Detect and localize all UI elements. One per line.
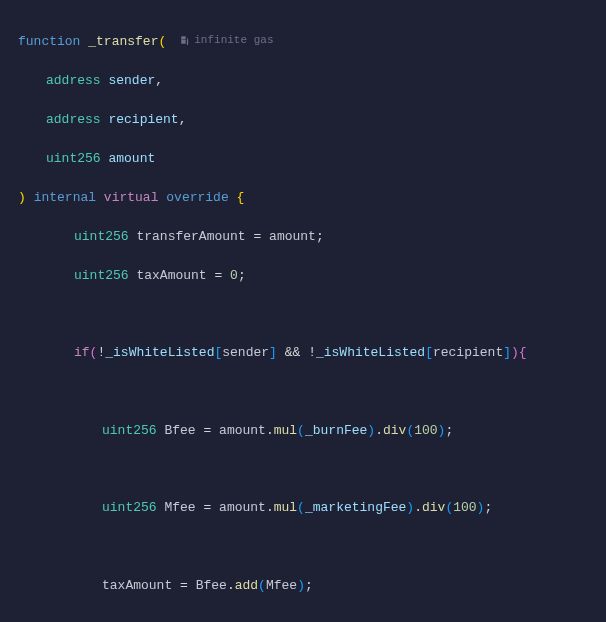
variable: taxAmount	[136, 268, 206, 283]
code-line: address recipient,	[18, 110, 606, 130]
number-literal: 100	[414, 423, 437, 438]
variable: Mfee	[266, 578, 297, 593]
code-line: function _transfer(infinite gas	[18, 32, 606, 52]
annotation-label: infinite gas	[194, 32, 273, 49]
code-line: uint256 Bfee = amount.mul(_burnFee).div(…	[18, 421, 606, 441]
code-line: uint256 Mfee = amount.mul(_marketingFee)…	[18, 498, 606, 518]
method-call: div	[422, 500, 445, 515]
type-keyword: uint256	[102, 500, 157, 515]
keyword-function: function	[18, 34, 80, 49]
identifier: _marketingFee	[305, 500, 406, 515]
number-literal: 0	[230, 268, 238, 283]
variable: amount	[219, 423, 266, 438]
operator: &&	[285, 345, 301, 360]
code-line: uint256 amount	[18, 149, 606, 169]
code-line: uint256 taxAmount = 0;	[18, 266, 606, 286]
method-call: div	[383, 423, 406, 438]
blank-line	[18, 305, 606, 324]
variable: Bfee	[164, 423, 195, 438]
blank-line	[18, 460, 606, 479]
method-call: mul	[274, 423, 297, 438]
code-line: address sender,	[18, 71, 606, 91]
type-keyword: uint256	[74, 268, 129, 283]
type-keyword: uint256	[74, 229, 129, 244]
variable: amount	[269, 229, 316, 244]
number-literal: 100	[453, 500, 476, 515]
method-call: add	[235, 578, 258, 593]
variable: transferAmount	[136, 229, 245, 244]
identifier: _burnFee	[305, 423, 367, 438]
gas-pump-icon	[180, 35, 190, 45]
type-keyword: uint256	[46, 151, 101, 166]
variable: amount	[219, 500, 266, 515]
variable: Mfee	[164, 500, 195, 515]
type-keyword: uint256	[102, 423, 157, 438]
param-name: sender	[108, 73, 155, 88]
code-line: if(!_isWhiteListed[sender] && !_isWhiteL…	[18, 343, 606, 363]
code-line: taxAmount = Bfee.add(Mfee);	[18, 576, 606, 596]
variable: Bfee	[196, 578, 227, 593]
modifier: internal	[34, 190, 96, 205]
type-keyword: address	[46, 112, 101, 127]
modifier: virtual	[104, 190, 159, 205]
code-block: function _transfer(infinite gas address …	[18, 12, 606, 622]
variable: sender	[222, 345, 269, 360]
type-keyword: address	[46, 73, 101, 88]
identifier: _isWhiteListed	[316, 345, 425, 360]
blank-line	[18, 537, 606, 556]
blank-line	[18, 615, 606, 622]
code-line: uint256 transferAmount = amount;	[18, 227, 606, 247]
code-line: ) internal virtual override {	[18, 188, 606, 208]
variable: recipient	[433, 345, 503, 360]
function-name: _transfer	[88, 34, 158, 49]
method-call: mul	[274, 500, 297, 515]
variable: taxAmount	[102, 578, 172, 593]
blank-line	[18, 382, 606, 401]
param-name: amount	[108, 151, 155, 166]
param-name: recipient	[108, 112, 178, 127]
identifier: _isWhiteListed	[105, 345, 214, 360]
modifier: override	[166, 190, 228, 205]
gas-annotation: infinite gas	[180, 32, 273, 49]
